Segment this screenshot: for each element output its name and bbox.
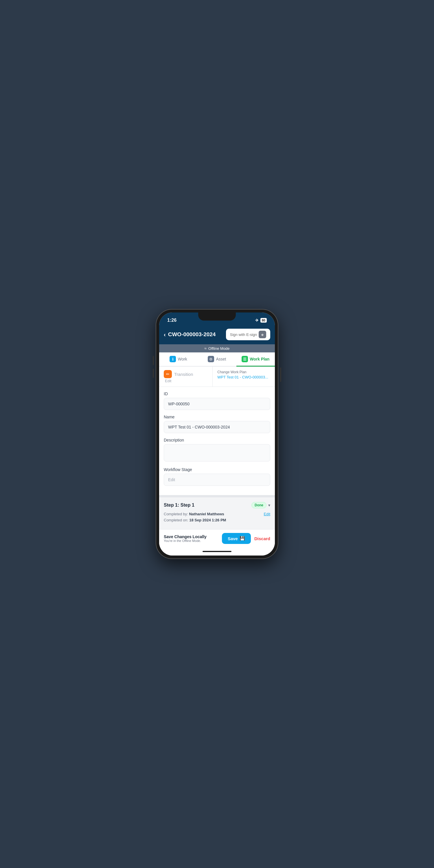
tab-asset-label: Asset (216, 357, 226, 361)
save-label: Save (228, 536, 238, 541)
work-tab-icon: ℹ (169, 356, 176, 362)
tab-workplan-label: Work Plan (250, 357, 269, 361)
tab-bar: ℹ Work ⚙ Asset ☰ Work Plan (159, 352, 275, 367)
id-field-label: ID (164, 392, 270, 396)
workflow-stage-value[interactable]: Edit (164, 474, 270, 486)
name-field-value: WPT Test 01 - CWO-000003-2024 (164, 421, 270, 433)
transition-button[interactable]: ✏ Transition Edit (159, 367, 213, 386)
airplane-icon: ✈ (255, 318, 259, 322)
back-button[interactable]: ‹ (164, 331, 166, 338)
description-field-label: Description (164, 438, 270, 442)
change-workplan-button[interactable]: Change Work Plan WPT Test 01 - CWO-00000… (213, 367, 275, 386)
page-title: CWO-000003-2024 (168, 331, 216, 338)
step-section: Step 1: Step 1 Done ▾ Edit Completed by:… (159, 495, 275, 528)
esign-icon: e (259, 331, 266, 338)
id-field-value: WP-000050 (164, 398, 270, 410)
save-button[interactable]: Save 💾 (222, 533, 251, 544)
name-field-group: Name WPT Test 01 - CWO-000003-2024 (164, 414, 270, 433)
asset-tab-icon: ⚙ (208, 356, 214, 362)
completed-on-value: 18 Sep 2024 1:26 PM (189, 518, 226, 522)
offline-bar: ≈ Offline Mode (159, 344, 275, 352)
app-header: ‹ CWO-000003-2024 Sign with E-sign e (159, 327, 275, 344)
completed-by-value: Nathaniel Matthews (189, 512, 224, 516)
transition-label: Transition (174, 372, 193, 377)
esign-button[interactable]: Sign with E-sign e (226, 329, 270, 340)
workplan-tab-icon: ☰ (242, 356, 248, 362)
description-field-input[interactable] (164, 444, 270, 462)
description-field-group: Description (164, 438, 270, 463)
home-indicator (159, 548, 275, 556)
esign-label: Sign with E-sign (230, 333, 257, 337)
tab-workplan[interactable]: ☰ Work Plan (237, 352, 275, 367)
step-title: Step 1: Step 1 (164, 503, 194, 508)
tab-work-label: Work (178, 357, 187, 361)
offline-label: Offline Mode (208, 346, 229, 351)
workflow-stage-field-group: Workflow Stage Edit (164, 467, 270, 486)
step-edit-link[interactable]: Edit (264, 511, 270, 517)
change-workplan-title: Change Work Plan (217, 370, 270, 374)
name-field-label: Name (164, 414, 270, 419)
status-time: 1:26 (167, 318, 177, 323)
edit-label: Edit (164, 379, 171, 383)
footer-subtitle: You're in the Offline Mode. (164, 539, 207, 542)
completed-on-label: Completed on: (164, 518, 188, 522)
step-chevron-icon[interactable]: ▾ (268, 503, 270, 507)
footer-title: Save Changes Locally (164, 534, 207, 539)
tab-work[interactable]: ℹ Work (159, 352, 197, 367)
wifi-slash-icon: ≈ (204, 346, 207, 351)
tab-asset[interactable]: ⚙ Asset (197, 352, 236, 367)
step-status-badge: Done (251, 502, 267, 508)
action-bar: ✏ Transition Edit Change Work Plan WPT T… (159, 367, 275, 387)
save-icon: 💾 (240, 536, 245, 541)
main-content: ID WP-000050 Name WPT Test 01 - CWO-0000… (159, 387, 275, 529)
change-workplan-value: WPT Test 01 - CWO-000003... (217, 375, 270, 379)
footer: Save Changes Locally You're in the Offli… (159, 529, 275, 548)
id-field-group: ID WP-000050 (164, 392, 270, 410)
transition-icon: ✏ (164, 370, 172, 378)
discard-button[interactable]: Discard (254, 536, 270, 541)
workflow-stage-label: Workflow Stage (164, 467, 270, 472)
completed-by-label: Completed by: (164, 512, 188, 516)
battery-indicator: 80 (260, 318, 267, 322)
step-meta: Edit Completed by: Nathaniel Matthews Co… (164, 511, 270, 523)
